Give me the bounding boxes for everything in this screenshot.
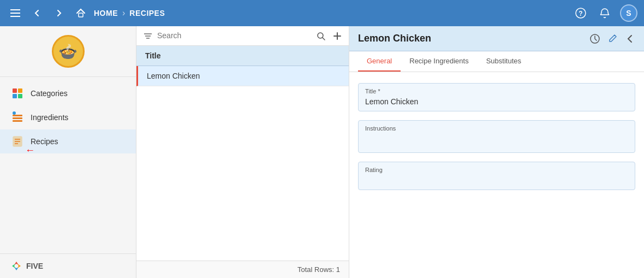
detail-header-actions: [589, 33, 635, 44]
list-table: Title Lemon Chicken: [136, 46, 349, 261]
svg-point-10: [13, 111, 16, 115]
instructions-input[interactable]: [365, 134, 628, 156]
ingredients-label: Ingredients: [31, 113, 68, 122]
edit-icon[interactable]: [607, 33, 618, 44]
search-bar: [136, 26, 349, 46]
recipes-icon: [11, 135, 24, 148]
sidebar-logo: 🍲: [0, 26, 136, 77]
rating-field: Rating: [358, 162, 635, 190]
notifications-icon[interactable]: [596, 4, 613, 22]
history-icon[interactable]: [589, 33, 600, 44]
sidebar-item-ingredients[interactable]: Ingredients: [0, 105, 136, 129]
help-icon[interactable]: ?: [572, 4, 589, 22]
categories-icon: [11, 87, 24, 100]
sidebar-item-recipes[interactable]: Recipes ←: [0, 129, 136, 153]
tab-substitutes[interactable]: Substitutes: [478, 51, 530, 72]
svg-rect-5: [13, 94, 17, 98]
instructions-label: Instructions: [365, 125, 628, 132]
svg-rect-3: [13, 88, 17, 93]
back-to-list-icon[interactable]: [624, 33, 635, 44]
search-icon[interactable]: [316, 31, 326, 41]
list-column-title: Title: [136, 46, 349, 66]
search-input[interactable]: [157, 31, 312, 40]
title-field: Title *: [358, 83, 635, 111]
svg-rect-9: [13, 120, 22, 122]
home-icon[interactable]: [72, 4, 90, 22]
ingredients-icon: [11, 111, 24, 124]
back-button[interactable]: [28, 4, 46, 22]
svg-rect-7: [13, 115, 22, 116]
app-logo: 🍲: [52, 35, 85, 68]
title-label: Title *: [365, 88, 628, 94]
main-layout: 🍲 Categories Ingredients Recipes: [0, 26, 644, 278]
list-footer: Total Rows: 1: [136, 261, 349, 278]
five-logo-icon: [11, 261, 22, 271]
svg-rect-0: [79, 13, 83, 17]
categories-label: Categories: [31, 89, 68, 98]
list-item[interactable]: Lemon Chicken: [136, 66, 349, 86]
sidebar: 🍲 Categories Ingredients Recipes: [0, 26, 136, 278]
rating-label: Rating: [365, 167, 628, 173]
tab-general[interactable]: General: [358, 51, 401, 72]
sidebar-nav: Categories Ingredients Recipes ←: [0, 77, 136, 253]
filter-icon: [143, 31, 153, 41]
sidebar-footer: FIVE: [0, 253, 136, 278]
svg-line-23: [323, 38, 325, 40]
detail-form: Title * Instructions Rating: [349, 72, 644, 201]
svg-marker-18: [17, 264, 21, 268]
home-label: HOME: [94, 9, 118, 17]
detail-tabs: General Recipe Ingredients Substitutes: [349, 51, 644, 72]
detail-title: Lemon Chicken: [358, 33, 589, 44]
hamburger-menu[interactable]: [7, 4, 24, 22]
tab-recipe-ingredients[interactable]: Recipe Ingredients: [401, 51, 477, 72]
content-area: Title Lemon Chicken Total Rows: 1 Lemon …: [136, 26, 644, 278]
svg-rect-8: [13, 117, 22, 119]
title-input[interactable]: [365, 97, 628, 106]
five-logo-label: FIVE: [26, 262, 43, 270]
instructions-field: Instructions: [358, 120, 635, 153]
detail-panel: Lemon Chicken General Recipe Ingredients: [349, 26, 644, 278]
svg-rect-6: [18, 94, 22, 98]
rating-input[interactable]: [365, 176, 628, 185]
sidebar-item-categories[interactable]: Categories: [0, 81, 136, 105]
svg-rect-4: [18, 88, 22, 93]
detail-header: Lemon Chicken: [349, 26, 644, 51]
svg-text:?: ?: [579, 10, 582, 17]
forward-button[interactable]: [50, 4, 68, 22]
breadcrumb-separator: ›: [122, 8, 125, 18]
user-avatar[interactable]: S: [620, 4, 637, 22]
selection-arrow: ←: [25, 145, 35, 156]
list-panel: Title Lemon Chicken Total Rows: 1: [136, 26, 349, 278]
navbar: HOME › RECIPES ? S: [0, 0, 644, 26]
svg-marker-17: [12, 264, 15, 268]
section-label: RECIPES: [129, 9, 165, 17]
add-record-button[interactable]: [332, 31, 342, 41]
